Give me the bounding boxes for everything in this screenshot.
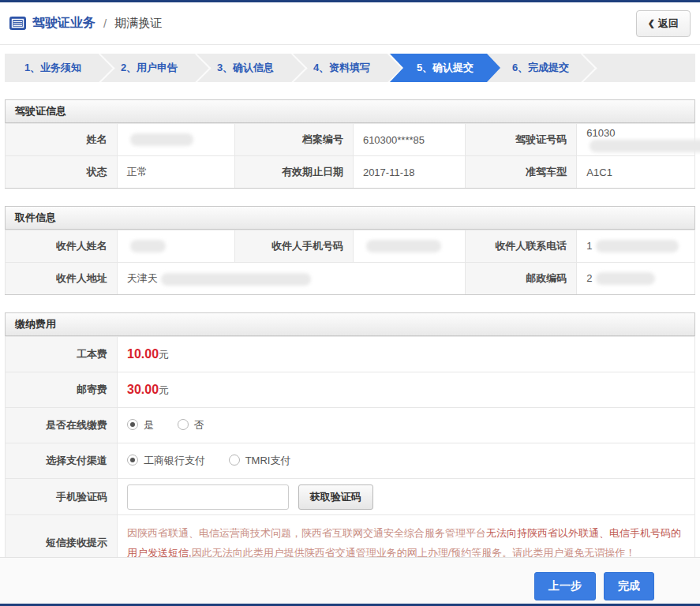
recipient-phone-value: 1 — [577, 230, 695, 263]
fee2-label: 邮寄费 — [6, 372, 118, 408]
name-value — [117, 124, 235, 156]
fee1-label: 工本费 — [6, 337, 118, 372]
redacted-name — [130, 133, 193, 146]
wizard-steps: 1、业务须知 2、用户申告 3、确认信息 4、资料填写 5、确认提交 6、完成提… — [5, 54, 695, 82]
sms-code-input[interactable] — [127, 484, 289, 510]
radio-online-yes-label[interactable]: 是 — [144, 419, 154, 431]
table-row: 姓名 档案编号 610300****85 驾驶证号码 61030 — [6, 124, 695, 156]
pay-channel-label: 选择支付渠道 — [6, 443, 118, 479]
pickup-info-section: 取件信息 收件人姓名 收件人手机号码 收件人联系电话 1 收件人地址 天津天 邮… — [5, 206, 695, 295]
postcode-label: 邮政编码 — [465, 263, 577, 295]
recipient-mobile-value — [353, 230, 465, 263]
payment-title: 缴纳费用 — [5, 312, 695, 336]
postcode-value: 2 — [577, 263, 695, 295]
fee2-value: 30.00元 — [118, 372, 695, 408]
radio-channel-tmri[interactable] — [229, 454, 240, 466]
step-4-fill-data[interactable]: 4、资料填写 — [294, 54, 390, 82]
business-list-icon — [9, 17, 26, 30]
back-chevron-icon: ❮ — [648, 18, 655, 28]
page-header: 驾驶证业务 / 期满换证 ❮ 返回 — [0, 2, 700, 45]
breadcrumb-divider: / — [103, 17, 107, 30]
step-2-user-declaration[interactable]: 2、用户申告 — [101, 54, 197, 82]
redacted-recipient-phone — [596, 240, 679, 252]
back-button-label: 返回 — [658, 17, 679, 31]
table-row: 状态 正常 有效期止日期 2017-11-18 准驾车型 A1C1 — [6, 156, 695, 189]
page-title: 驾驶证业务 — [32, 15, 95, 32]
fee2-unit: 元 — [159, 384, 169, 396]
license-no-label: 驾驶证号码 — [465, 124, 577, 156]
status-label: 状态 — [6, 156, 118, 189]
redacted-recipient-name — [130, 240, 166, 252]
table-row: 手机验证码 获取验证码 — [6, 479, 695, 515]
vehicle-class-label: 准驾车型 — [465, 156, 577, 189]
sms-tip-part1: 因陕西省联通、电信运营商技术问题，陕西省互联网交通安全综合服务管理平台 — [127, 527, 486, 539]
pickup-info-title: 取件信息 — [5, 206, 695, 230]
online-pay-options: 是 否 — [118, 408, 695, 443]
redacted-license-no — [590, 140, 700, 152]
pay-channel-options: 工商银行支付 TMRI支付 — [118, 443, 695, 479]
radio-channel-tmri-label[interactable]: TMRI支付 — [245, 454, 291, 466]
file-no-label: 档案编号 — [235, 124, 354, 156]
recipient-mobile-label: 收件人手机号码 — [235, 230, 354, 263]
file-no-value: 610300****85 — [353, 124, 465, 156]
payment-section: 缴纳费用 工本费 10.00元 邮寄费 30.00元 是否在线缴费 是 否 选择… — [5, 312, 695, 572]
fee1-amount: 10.00 — [127, 347, 159, 361]
step-3-confirm-info[interactable]: 3、确认信息 — [197, 54, 294, 82]
table-row: 收件人地址 天津天 邮政编码 2 — [6, 263, 695, 295]
finish-button[interactable]: 完成 — [604, 572, 654, 600]
sms-code-field: 获取验证码 — [118, 479, 695, 515]
address-label: 收件人地址 — [6, 263, 118, 295]
license-info-title: 驾驶证信息 — [5, 99, 695, 123]
back-button[interactable]: ❮ 返回 — [636, 10, 691, 37]
license-info-table: 姓名 档案编号 610300****85 驾驶证号码 61030 状态 正常 有… — [5, 123, 695, 189]
table-row: 是否在线缴费 是 否 — [6, 408, 695, 443]
breadcrumb: 驾驶证业务 / 期满换证 — [9, 15, 636, 32]
radio-channel-icbc[interactable] — [127, 454, 138, 466]
previous-step-button[interactable]: 上一步 — [534, 572, 596, 600]
name-label: 姓名 — [6, 124, 118, 156]
recipient-phone-label: 收件人联系电话 — [465, 230, 577, 263]
radio-online-yes[interactable] — [127, 419, 138, 430]
redacted-recipient-mobile — [366, 240, 441, 252]
redacted-address — [161, 273, 311, 286]
expiry-value: 2017-11-18 — [353, 156, 465, 189]
step-6-complete-submit[interactable]: 6、完成提交 — [487, 54, 583, 82]
vehicle-class-value: A1C1 — [577, 156, 695, 189]
get-sms-code-button[interactable]: 获取验证码 — [298, 484, 373, 510]
table-row: 选择支付渠道 工商银行支付 TMRI支付 — [6, 443, 695, 479]
payment-table: 工本费 10.00元 邮寄费 30.00元 是否在线缴费 是 否 选择支付渠道 … — [5, 336, 695, 572]
radio-online-no-label[interactable]: 否 — [194, 419, 204, 431]
table-row: 邮寄费 30.00元 — [6, 372, 695, 408]
footer-action-bar: 上一步 完成 — [0, 557, 700, 604]
steps-filler — [583, 54, 695, 82]
page-subtitle: 期满换证 — [114, 16, 162, 31]
step-5-confirm-submit[interactable]: 5、确认提交 — [390, 54, 500, 82]
recipient-name-value — [117, 230, 235, 263]
redacted-postcode — [596, 272, 655, 285]
fee1-unit: 元 — [159, 349, 169, 361]
radio-channel-icbc-label[interactable]: 工商银行支付 — [144, 454, 205, 466]
address-value: 天津天 — [117, 263, 465, 295]
expiry-label: 有效期止日期 — [235, 156, 354, 189]
fee1-value: 10.00元 — [118, 337, 695, 372]
sms-code-label: 手机验证码 — [6, 479, 118, 515]
license-info-section: 驾驶证信息 姓名 档案编号 610300****85 驾驶证号码 61030 状… — [5, 99, 695, 189]
online-pay-label: 是否在线缴费 — [6, 408, 118, 443]
recipient-name-label: 收件人姓名 — [6, 230, 118, 263]
pickup-info-table: 收件人姓名 收件人手机号码 收件人联系电话 1 收件人地址 天津天 邮政编码 2 — [5, 230, 695, 295]
radio-online-no[interactable] — [178, 419, 189, 430]
fee2-amount: 30.00 — [127, 383, 159, 396]
step-1-business-notice[interactable]: 1、业务须知 — [5, 54, 101, 82]
license-no-value: 61030 — [577, 124, 695, 156]
table-row: 工本费 10.00元 — [6, 337, 695, 372]
table-row: 收件人姓名 收件人手机号码 收件人联系电话 1 — [6, 230, 695, 263]
status-value: 正常 — [117, 156, 235, 189]
